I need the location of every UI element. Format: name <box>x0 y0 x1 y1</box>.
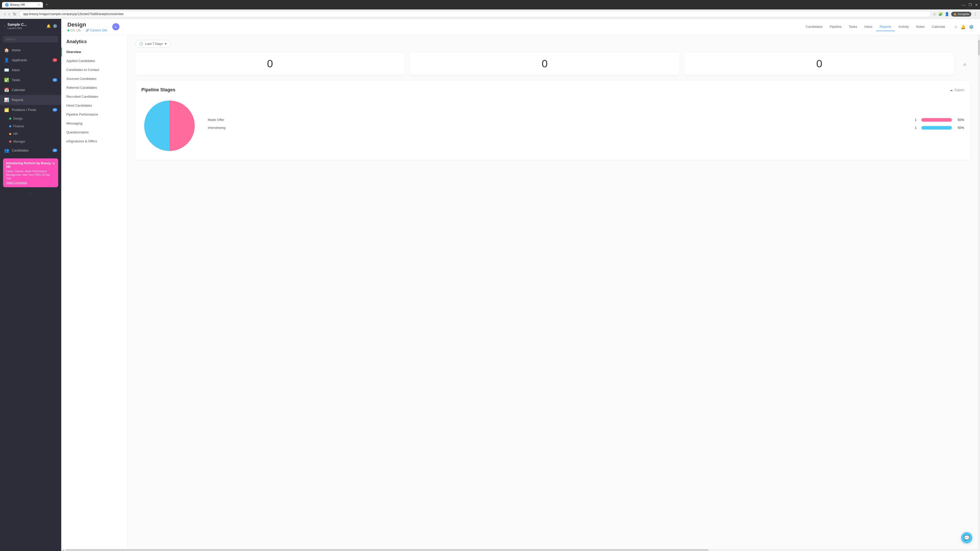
incognito-label: Incognito <box>958 13 969 16</box>
star-icon[interactable]: ☆ <box>954 24 958 29</box>
analytics-nav-referred[interactable]: Referred Candidates <box>61 83 127 92</box>
tab-reports[interactable]: Reports <box>876 23 895 31</box>
browser-chrome: B Breezy HR ✕ + — ❐ ✕ <box>0 0 980 10</box>
legend-bar-made-offer <box>921 118 952 122</box>
analytics-nav-to-contact[interactable]: Candidates to Contact <box>61 65 127 74</box>
incognito-icon: 🕵️ <box>953 13 957 16</box>
back-button[interactable]: ‹ <box>3 11 6 17</box>
tab-tasks[interactable]: Tasks <box>845 23 861 31</box>
stat-item-1: 0 <box>135 52 405 75</box>
analytics-nav-questionnaires[interactable]: Questionnaires <box>61 128 127 137</box>
browser-actions: ☆ 🧩 👤 🕵️ Incognito ⋮ <box>933 12 977 17</box>
promo-close-icon[interactable]: ✕ <box>52 162 55 165</box>
maximize-icon[interactable]: ❐ <box>969 3 972 7</box>
tab-label: Breezy HR <box>10 3 25 6</box>
sidebar-header-icons: 🔔 ⚙️ <box>46 24 57 28</box>
profile-icon[interactable]: 👤 <box>945 12 949 16</box>
address-bar: ‹ › ↻ ☆ 🧩 👤 🕵️ Incognito ⋮ <box>0 10 980 19</box>
sidebar-item-applicants[interactable]: 👤 Applicants 1 <box>0 55 61 65</box>
browser-tab-active[interactable]: B Breezy HR ✕ <box>2 2 43 8</box>
tab-inbox[interactable]: Inbox <box>861 23 876 31</box>
scroll-handle[interactable] <box>978 40 980 56</box>
promo-link[interactable]: Switch Companies <box>6 181 55 184</box>
settings-icon[interactable]: ⚙️ <box>53 24 57 28</box>
sidebar-item-candidates[interactable]: 👥 Candidates + <box>0 145 61 156</box>
legend-item-made-offer: Made Offer 1 50% <box>208 118 964 122</box>
analytics-nav-pipeline-perf[interactable]: Pipeline Performance <box>61 110 127 119</box>
sidebar-item-reports[interactable]: 📊 Reports <box>0 95 61 105</box>
top-header: Design CA, US · 🔗 Careers Site L · <box>61 19 980 35</box>
analytics-nav-applied[interactable]: Applied Candidates <box>61 56 127 65</box>
url-input[interactable] <box>19 11 931 17</box>
analytics-nav-recruited[interactable]: Recruited Candidates <box>61 92 127 101</box>
menu-icon[interactable]: ⋮ <box>974 12 977 16</box>
analytics-nav-messaging[interactable]: Messaging <box>61 119 127 128</box>
right-scrollbar[interactable] <box>978 35 980 549</box>
forward-button[interactable]: › <box>7 11 11 17</box>
pie-chart <box>142 98 197 154</box>
stat-value-1: 0 <box>143 58 397 70</box>
stat-value-2: 0 <box>417 58 672 70</box>
status-dot-icon <box>67 29 69 32</box>
analytics-nav-overview[interactable]: Overview <box>61 48 127 56</box>
new-tab-button[interactable]: + <box>44 2 50 8</box>
analytics-nav-sourced[interactable]: Sourced Candidates <box>61 74 127 83</box>
sidebar-item-inbox[interactable]: ✉️ Inbox <box>0 65 61 75</box>
date-filter[interactable]: 🕐 Last 7 Days ▾ <box>135 40 170 48</box>
sidebar-positions-label: Positions / Pools <box>12 108 36 112</box>
chart-section: Pipeline Stages ☁ Export <box>135 81 970 160</box>
sidebar-sub-hr[interactable]: HR <box>0 130 61 138</box>
sidebar-scroll-down-icon[interactable]: › <box>0 190 61 197</box>
position-status: CA, US <box>67 29 81 32</box>
search-input[interactable] <box>3 36 58 43</box>
sidebar-candidates-label: Candidates <box>12 148 29 152</box>
notification-header-icon[interactable]: 🔔 <box>961 24 966 29</box>
bottom-scrollbar[interactable]: ◀ <box>61 549 980 551</box>
chart-title: Pipeline Stages <box>142 87 175 93</box>
sidebar-item-tasks[interactable]: ✅ Tasks + <box>0 75 61 85</box>
tab-activity[interactable]: Activity <box>895 23 912 31</box>
scroll-left-icon[interactable]: ◀ <box>62 549 64 551</box>
inbox-icon: ✉️ <box>4 68 9 73</box>
stats-row: 0 0 0 ▲ <box>135 52 970 75</box>
hr-label: HR <box>13 132 18 136</box>
avatar-group: L · <box>112 23 121 30</box>
export-button[interactable]: ☁ Export <box>950 88 964 92</box>
chat-button[interactable]: 💬 <box>961 532 972 543</box>
tab-pipeline[interactable]: Pipeline <box>826 23 845 31</box>
tab-candidates[interactable]: Candidates <box>802 23 826 31</box>
clock-icon: 🕐 <box>139 42 143 46</box>
sidebar-item-positions[interactable]: 🗂️ Positions / Pools + <box>0 105 61 115</box>
close-window-icon[interactable]: ✕ <box>975 3 978 7</box>
stats-expand-icon[interactable]: ▲ <box>959 52 970 75</box>
bookmark-icon[interactable]: ☆ <box>933 12 936 16</box>
sidebar-item-home[interactable]: 🏠 Home <box>0 45 61 55</box>
tab-close-icon[interactable]: ✕ <box>38 3 40 6</box>
chart-body: Made Offer 1 50% Interviewing 1 <box>142 98 964 154</box>
applicants-badge: 1 <box>52 59 57 62</box>
date-filter-label: Last 7 Days <box>145 42 163 46</box>
reload-button[interactable]: ↻ <box>12 11 18 17</box>
analytics-nav-esignatures[interactable]: eSignatures & Offers <box>61 137 127 146</box>
extension-icon[interactable]: 🧩 <box>939 12 943 16</box>
minimize-icon[interactable]: — <box>962 3 966 7</box>
company-name: Sample C... <box>7 22 27 27</box>
chevron-down-icon: ▾ <box>165 42 167 46</box>
notification-icon[interactable]: 🔔 <box>46 24 51 28</box>
sidebar-sub-design[interactable]: Design <box>0 115 61 122</box>
tab-notes[interactable]: Notes <box>912 23 928 31</box>
legend-pct-made-offer: 50% <box>955 118 964 122</box>
sidebar-item-calendar[interactable]: 📅 Calendar <box>0 85 61 95</box>
careers-site-link[interactable]: 🔗 Careers Site <box>86 29 107 32</box>
nav-tabs: Candidates Pipeline Tasks Inbox Reports … <box>802 23 949 31</box>
sidebar-back-icon[interactable]: ‹ <box>4 24 5 28</box>
settings-header-icon[interactable]: ⚙️ <box>969 24 974 29</box>
sidebar-sub-manager[interactable]: Manager <box>0 138 61 145</box>
manager-dot-icon <box>9 141 11 143</box>
legend-pct-interviewing: 50% <box>955 126 964 130</box>
sidebar-calendar-label: Calendar <box>12 88 25 92</box>
tab-calendar[interactable]: Calendar <box>928 23 949 31</box>
analytics-nav-hired[interactable]: Hired Candidates <box>61 101 127 110</box>
sidebar-inbox-label: Inbox <box>12 68 20 72</box>
sidebar-sub-finance[interactable]: Finance <box>0 122 61 130</box>
